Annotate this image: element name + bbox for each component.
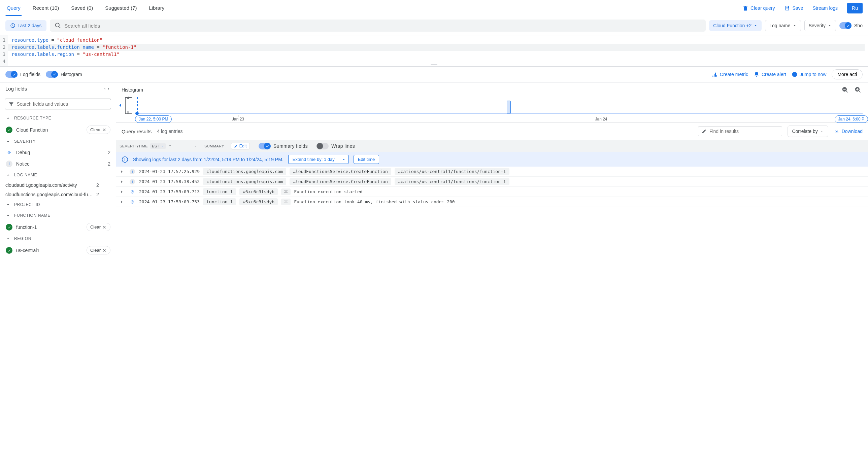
info-icon: i xyxy=(129,169,136,174)
field-us-central1[interactable]: us-central1 Clear xyxy=(0,244,116,256)
expand-icon[interactable] xyxy=(120,180,126,184)
sidebar-search[interactable] xyxy=(5,99,111,109)
log-field-pill[interactable]: w5xr6c3tsdyb xyxy=(239,188,278,195)
show-query-toggle[interactable] xyxy=(839,22,851,29)
histogram-prev[interactable] xyxy=(117,102,124,109)
create-metric-button[interactable]: Create metric xyxy=(712,71,748,77)
save-button[interactable]: Save xyxy=(784,5,803,11)
tab-recent[interactable]: Recent (10) xyxy=(31,0,60,16)
section-log-name[interactable]: LOG NAME xyxy=(0,170,116,181)
section-resource-type[interactable]: RESOURCE TYPE xyxy=(0,113,116,124)
section-region[interactable]: REGION xyxy=(0,233,116,244)
filter-bar: Last 2 days Cloud Function +2 Log name S… xyxy=(0,16,868,35)
zoom-in-button[interactable] xyxy=(853,85,863,95)
section-function-name[interactable]: FUNCTION NAME xyxy=(0,210,116,221)
histogram-bar[interactable] xyxy=(507,101,511,114)
histogram-chart[interactable]: 4 0 Jan 23 Jan 24 Jan 22, 5:00 PM Jan 24… xyxy=(116,97,868,123)
code-area[interactable]: resource.type = "cloud_function"resource… xyxy=(8,35,868,66)
jump-to-now-button[interactable]: Jump to now xyxy=(792,71,826,77)
filter-icon xyxy=(8,101,14,107)
log-field-pill[interactable]: cloudfunctions.googleapis.com xyxy=(203,178,286,185)
log-field-pill[interactable]: …cations/us-central1/functions/function-… xyxy=(395,178,509,185)
field-cloudfunctions-log[interactable]: cloudfunctions.googleapis.com/cloud-func… xyxy=(0,190,116,199)
histogram-toggle[interactable] xyxy=(46,71,58,78)
summary-fields-toggle[interactable] xyxy=(258,143,271,150)
field-cloudaudit[interactable]: cloudaudit.googleapis.com/activity 2 xyxy=(0,181,116,190)
zoom-out-button[interactable] xyxy=(840,85,850,95)
log-fields-sidebar: Log fields RESOURCE TYPE Cloud Function … xyxy=(0,83,116,445)
section-project-id[interactable]: PROJECT ID xyxy=(0,199,116,210)
log-field-pill[interactable]: w5xr6c3tsdyb xyxy=(239,198,278,205)
extend-time-dropdown[interactable] xyxy=(339,155,349,164)
dropdown-icon xyxy=(820,129,824,133)
severity-filter[interactable]: Severity xyxy=(804,20,836,31)
col-time[interactable]: TIME EST xyxy=(135,140,201,152)
time-end-chip[interactable]: Jan 24, 6:00 P xyxy=(835,116,868,123)
wrap-lines-toggle[interactable] xyxy=(316,143,329,150)
resize-grip[interactable] xyxy=(430,64,438,66)
expand-icon[interactable] xyxy=(120,190,126,194)
log-field-pill[interactable]: …loudFunctionsService.CreateFunction xyxy=(289,178,391,185)
correlate-by-button[interactable]: Correlate by xyxy=(787,126,828,137)
time-start-chip[interactable]: Jan 22, 5:00 PM xyxy=(135,116,172,123)
find-in-results[interactable] xyxy=(698,126,782,136)
edit-time-button[interactable]: Edit time xyxy=(353,155,379,164)
tab-saved[interactable]: Saved (0) xyxy=(70,0,94,16)
field-debug[interactable]: Debug 2 xyxy=(0,147,116,158)
clear-query-button[interactable]: Clear query xyxy=(742,5,775,11)
create-alert-button[interactable]: Create alert xyxy=(753,71,786,77)
clock-icon xyxy=(10,23,16,28)
log-row[interactable]: 2024-01-23 17:59:09.713function-1w5xr6c3… xyxy=(116,187,868,197)
time-range-chip[interactable]: Last 2 days xyxy=(5,20,46,31)
log-field-pill[interactable]: …cations/us-central1/functions/function-… xyxy=(395,168,509,175)
check-icon xyxy=(6,247,12,254)
sidebar-collapse-button[interactable] xyxy=(103,87,111,91)
more-actions-button[interactable]: More acti xyxy=(832,69,863,79)
log-row[interactable]: 2024-01-23 17:59:09.753function-1w5xr6c3… xyxy=(116,197,868,207)
resource-filter-chip[interactable]: Cloud Function +2 xyxy=(709,20,762,31)
log-timestamp: 2024-01-23 17:57:25.929 xyxy=(139,169,200,174)
section-severity[interactable]: SEVERITY xyxy=(0,136,116,147)
query-editor[interactable]: 1234 resource.type = "cloud_function"res… xyxy=(0,35,868,67)
log-field-pill[interactable]: cloudfunctions.googleapis.com xyxy=(203,168,286,175)
stream-logs-button[interactable]: Stream logs xyxy=(812,5,838,11)
dropdown-icon[interactable] xyxy=(193,144,197,148)
field-function-1[interactable]: function-1 Clear xyxy=(0,221,116,233)
sidebar-search-input[interactable] xyxy=(17,101,108,107)
extend-time-button[interactable]: Extend time by: 1 day xyxy=(288,155,339,164)
chevron-down-icon xyxy=(342,158,346,162)
log-field-pill[interactable]: …loudFunctionsService.CreateFunction xyxy=(289,168,391,175)
timezone-chip[interactable]: EST xyxy=(150,143,166,149)
download-button[interactable]: Download xyxy=(834,128,863,134)
log-field-pill[interactable]: function-1 xyxy=(203,188,236,195)
view-toggle-bar: Log fields Histogram Create metric Creat… xyxy=(0,67,868,83)
trace-icon[interactable] xyxy=(281,189,290,195)
run-query-button[interactable]: Ru xyxy=(847,3,863,13)
log-rows: i2024-01-23 17:57:25.929cloudfunctions.g… xyxy=(116,167,868,207)
col-severity[interactable]: SEVERITY xyxy=(116,140,135,152)
clear-region[interactable]: Clear xyxy=(87,246,111,254)
log-row[interactable]: i2024-01-23 17:57:25.929cloudfunctions.g… xyxy=(116,167,868,177)
expand-icon[interactable] xyxy=(120,169,126,174)
expand-icon[interactable] xyxy=(120,200,126,204)
log-name-filter[interactable]: Log name xyxy=(765,20,801,31)
tab-library[interactable]: Library xyxy=(148,0,166,16)
clear-resource-type[interactable]: Clear xyxy=(87,126,111,134)
log-field-pill[interactable]: function-1 xyxy=(203,198,236,205)
log-row[interactable]: i2024-01-23 17:58:38.453cloudfunctions.g… xyxy=(116,177,868,187)
sort-asc-icon[interactable] xyxy=(168,144,172,148)
dropdown-icon xyxy=(793,24,797,28)
search-all-fields[interactable] xyxy=(50,20,706,32)
wrap-lines-label: Wrap lines xyxy=(331,143,355,149)
edit-summary-button[interactable]: Edit xyxy=(231,143,250,150)
find-input[interactable] xyxy=(709,129,779,134)
tab-suggested[interactable]: Suggested (7) xyxy=(104,0,138,16)
results-column-header: SEVERITY TIME EST SUMMARY Edit Summary f… xyxy=(116,140,868,152)
trace-icon[interactable] xyxy=(281,199,290,205)
log-fields-toggle[interactable] xyxy=(5,71,18,78)
clear-function-name[interactable]: Clear xyxy=(87,223,111,231)
field-cloud-function[interactable]: Cloud Function Clear xyxy=(0,124,116,136)
tab-query[interactable]: Query xyxy=(5,0,22,16)
search-input[interactable] xyxy=(64,23,701,29)
field-notice[interactable]: i Notice 2 xyxy=(0,158,116,170)
